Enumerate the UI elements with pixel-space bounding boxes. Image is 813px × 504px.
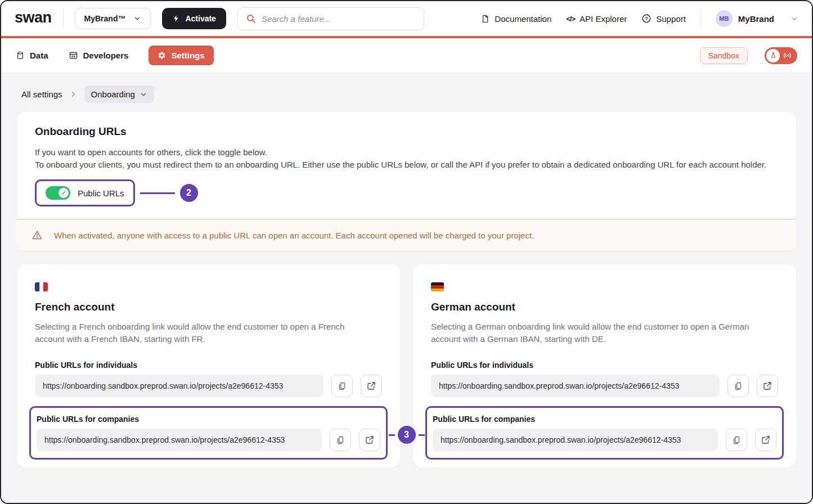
annotation-dash (419, 434, 425, 436)
page-title: Onboarding URLs (35, 125, 778, 138)
annotation-dash (389, 434, 395, 436)
individuals-url-label: Public URLs for individuals (431, 361, 778, 370)
copy-button[interactable] (727, 375, 749, 397)
search-input[interactable] (262, 14, 416, 24)
live-signal-icon (783, 51, 792, 60)
french-account-title: French account (35, 301, 382, 313)
document-icon (480, 14, 490, 24)
companies-url-label: Public URLs for companies (433, 415, 776, 424)
copy-button[interactable] (330, 429, 351, 451)
tab-developers[interactable]: Developers (69, 51, 129, 60)
external-link-icon (365, 435, 375, 445)
search-box[interactable] (237, 7, 424, 30)
individuals-url-label: Public URLs for individuals (35, 361, 382, 370)
dev-window-icon (69, 51, 78, 60)
avatar: MB (716, 10, 733, 27)
copy-button[interactable] (726, 429, 747, 451)
german-account-description: Selecting a German onboarding link would… (431, 321, 760, 345)
chevron-down-icon (140, 91, 147, 98)
open-link-button[interactable] (755, 429, 776, 451)
annotation-box-companies: Public URLs for companies (425, 406, 784, 460)
copy-button[interactable] (331, 375, 353, 397)
onboarding-description-line2: To onboard your clients, you must redire… (35, 159, 778, 171)
activate-label: Activate (185, 14, 215, 23)
breadcrumb-all-settings[interactable]: All settings (21, 89, 62, 99)
onboarding-description-line1: If you want to open accounts for others,… (35, 146, 778, 159)
german-account-card: German account Selecting a German onboar… (413, 264, 796, 467)
annotation-connector-3: 3 (389, 426, 425, 444)
tab-settings-label: Settings (171, 51, 204, 60)
tab-data[interactable]: Data (16, 51, 48, 60)
external-link-icon (762, 381, 772, 391)
chevron-right-icon (69, 90, 78, 98)
breadcrumb: All settings Onboarding (17, 73, 796, 112)
database-icon (16, 51, 25, 60)
open-link-button[interactable] (361, 375, 382, 397)
tab-data-label: Data (30, 51, 48, 60)
breadcrumb-onboarding-label: Onboarding (91, 89, 135, 99)
account-cards-row: French account Selecting a French onboar… (17, 264, 796, 467)
project-selector-label: MyBrand™ (84, 14, 126, 23)
warning-banner: When activated, anyone with access to a … (17, 219, 796, 251)
code-icon: </> (566, 15, 575, 23)
public-urls-toggle[interactable]: ✓ (46, 186, 70, 200)
breadcrumb-onboarding-select[interactable]: Onboarding (84, 86, 154, 103)
german-account-title: German account (431, 301, 778, 313)
open-link-button[interactable] (359, 429, 380, 451)
svg-text:?: ? (645, 16, 648, 21)
page-content: All settings Onboarding Onboarding URLs … (1, 73, 812, 503)
copy-icon (335, 435, 345, 446)
sub-nav: Data Developers Settings Sandbox (1, 38, 812, 73)
nav-api-explorer[interactable]: </> API Explorer (566, 14, 627, 24)
search-icon (246, 14, 256, 24)
sandbox-badge: Sandbox (700, 47, 748, 64)
swan-logo[interactable]: swan (15, 9, 52, 29)
external-link-icon (761, 435, 771, 445)
toggle-check-icon: ✓ (59, 188, 69, 198)
companies-url-input[interactable] (433, 429, 718, 451)
chevron-down-icon (133, 15, 141, 22)
project-selector[interactable]: MyBrand™ (75, 8, 151, 29)
external-link-icon (366, 381, 376, 391)
french-account-description: Selecting a French onboarding link would… (35, 321, 364, 345)
environment-toggle[interactable] (765, 47, 797, 64)
nav-documentation[interactable]: Documentation (480, 14, 551, 24)
companies-url-label: Public URLs for companies (37, 415, 380, 424)
public-urls-toggle-label: Public URLs (78, 188, 124, 198)
french-account-card: French account Selecting a French onboar… (17, 264, 400, 467)
warning-text: When activated, anyone with access to a … (54, 231, 534, 240)
help-icon: ? (641, 14, 652, 24)
flask-icon (766, 49, 780, 62)
annotation-box-companies: Public URLs for companies (29, 406, 388, 460)
account-name: MyBrand (738, 14, 774, 24)
copy-icon (733, 381, 743, 392)
nav-support-label: Support (656, 14, 686, 24)
header-divider (700, 9, 701, 28)
nav-api-explorer-label: API Explorer (580, 14, 627, 24)
public-urls-toggle-row: ✓ Public URLs 2 (35, 179, 778, 206)
lightning-icon (172, 14, 180, 23)
app-window: swan MyBrand™ Activate (0, 0, 813, 504)
individuals-url-input[interactable] (35, 375, 324, 397)
nav-documentation-label: Documentation (495, 14, 551, 24)
nav-support[interactable]: ? Support (641, 14, 686, 24)
gear-icon (158, 51, 166, 60)
individuals-url-input[interactable] (431, 375, 720, 397)
annotation-box-toggle: ✓ Public URLs (35, 179, 135, 206)
open-link-button[interactable] (757, 375, 778, 397)
activate-button[interactable]: Activate (162, 8, 226, 29)
warning-icon (32, 230, 43, 241)
top-header: swan MyBrand™ Activate (1, 1, 812, 36)
annotation-badge-2: 2 (180, 184, 198, 202)
copy-icon (731, 435, 742, 446)
chevron-down-icon (790, 15, 798, 23)
tab-settings[interactable]: Settings (149, 46, 213, 65)
annotation-connector (140, 192, 175, 194)
annotation-badge-3: 3 (398, 426, 416, 444)
header-divider (63, 9, 64, 28)
account-menu[interactable]: MB MyBrand (716, 10, 798, 27)
tab-developers-label: Developers (83, 51, 129, 60)
france-flag-icon (35, 282, 48, 291)
companies-url-input[interactable] (37, 429, 322, 451)
germany-flag-icon (431, 282, 444, 291)
